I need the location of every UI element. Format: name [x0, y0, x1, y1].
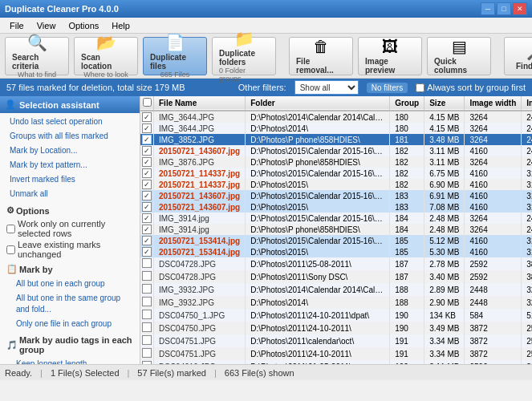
row-checkbox-cell[interactable]: ✓ — [140, 213, 154, 224]
row-checkbox[interactable] — [142, 310, 152, 319]
row-checkbox-cell[interactable] — [140, 347, 154, 360]
row-checkbox-cell[interactable]: ✓ — [140, 111, 154, 123]
duplicate-folders-button[interactable]: 📁 Duplicate folders 0 Folder groups — [212, 37, 276, 75]
table-row[interactable]: ✓ IMG_3914.jpg D:\Photos\P phone\858HDIE… — [140, 224, 532, 235]
table-row[interactable]: ✓ 20150721_143607.jpg D:\Photos\2015\ 18… — [140, 201, 532, 213]
duplicate-files-button[interactable]: 📄 Duplicate files 665 Files — [143, 37, 207, 75]
table-row[interactable]: ✓ 20150721_114337.jpg D:\Photos\2015\Cal… — [140, 168, 532, 179]
invert-marked-files[interactable]: Invert marked files — [0, 172, 140, 187]
table-row[interactable]: IMG_3932.JPG D:\Photos\2014\Calendar 201… — [140, 283, 532, 296]
row-checkbox-cell[interactable]: ✓ — [140, 235, 154, 246]
mark-by-text-pattern[interactable]: Mark by text pattern... — [0, 158, 140, 172]
row-checkbox-cell[interactable]: ✓ — [140, 190, 154, 201]
row-checkbox-cell[interactable] — [140, 360, 154, 364]
search-criteria-button[interactable]: 🔍 Search criteria What to find — [5, 37, 69, 75]
row-checkbox[interactable] — [142, 297, 152, 306]
row-checkbox-cell[interactable]: ✓ — [140, 179, 154, 190]
row-checkbox[interactable]: ✓ — [142, 157, 152, 167]
keep-longest-item[interactable]: Keep longest length — [0, 357, 140, 364]
row-checkbox-cell[interactable] — [140, 283, 154, 296]
row-checkbox[interactable]: ✓ — [142, 191, 152, 200]
table-row[interactable]: ✓ IMG_3852.JPG D:\Photos\P phone\858HDIE… — [140, 134, 532, 145]
image-preview-button[interactable]: 🖼 Image preview — [358, 37, 422, 75]
table-row[interactable]: ✓ 20150721_143607.jpg D:\Photos\2015\Cal… — [140, 145, 532, 156]
always-sort-checkbox-label[interactable]: Always sort by group first — [416, 83, 526, 92]
table-row[interactable]: ✓ 20150721_114337.jpg D:\Photos\2015\ 18… — [140, 179, 532, 190]
table-row[interactable]: ✓ 20150721_153414.jpg D:\Photos\2015\ 18… — [140, 246, 532, 257]
row-checkbox[interactable] — [142, 335, 152, 345]
groups-all-marked[interactable]: Groups with all files marked — [0, 129, 140, 144]
table-row[interactable]: DSC04751.JPG D:\Photos\2011\24-10-2011\ … — [140, 347, 532, 360]
row-checkbox-cell[interactable]: ✓ — [140, 224, 154, 235]
row-checkbox-cell[interactable] — [140, 257, 154, 270]
header-checkbox[interactable] — [140, 96, 154, 111]
table-row[interactable]: DSC04728.JPG D:\Photos\2011\25-08-2011\ … — [140, 257, 532, 270]
row-checkbox-cell[interactable] — [140, 309, 154, 322]
scan-location-button[interactable]: 📂 Scan location Where to look — [74, 37, 138, 75]
col-height[interactable]: Image height — [522, 96, 532, 111]
quick-columns-button[interactable]: ▤ Quick columns — [427, 37, 491, 75]
row-checkbox-cell[interactable]: ✓ — [140, 168, 154, 179]
unmark-all[interactable]: Unmark all — [0, 187, 140, 201]
always-sort-checkbox[interactable] — [416, 83, 424, 92]
mark-by-location[interactable]: Mark by Location... — [0, 144, 140, 158]
row-checkbox[interactable]: ✓ — [142, 112, 152, 122]
row-checkbox[interactable]: ✓ — [142, 180, 152, 189]
row-checkbox-cell[interactable]: ✓ — [140, 156, 154, 168]
undo-last-select[interactable]: Undo last select operation — [0, 115, 140, 129]
row-checkbox[interactable]: ✓ — [142, 213, 152, 223]
col-size[interactable]: Size — [424, 96, 465, 111]
close-button[interactable]: ✕ — [513, 2, 527, 15]
row-checkbox[interactable]: ✓ — [142, 225, 152, 234]
work-on-selected-checkbox[interactable] — [6, 225, 15, 233]
all-but-one-same-item[interactable]: All but one in the same group and fold..… — [0, 291, 140, 317]
leave-existing-checkbox[interactable] — [6, 245, 15, 254]
table-row[interactable]: DSC04750_1.JPG D:\Photos\2011\24-10-2011… — [140, 309, 532, 322]
leave-existing-option[interactable]: Leave existing marks unchanged — [6, 239, 133, 260]
maximize-button[interactable]: □ — [497, 2, 511, 15]
row-checkbox[interactable] — [142, 271, 152, 281]
row-checkbox-cell[interactable]: ✓ — [140, 145, 154, 156]
menu-help[interactable]: Help — [105, 19, 136, 32]
row-checkbox-cell[interactable]: ✓ — [140, 246, 154, 257]
menu-view[interactable]: View — [30, 19, 63, 32]
row-checkbox-cell[interactable] — [140, 270, 154, 283]
col-width[interactable]: Image width — [465, 96, 522, 111]
row-checkbox[interactable]: ✓ — [142, 202, 152, 212]
table-row[interactable]: ✓ IMG_3644.JPG D:\Photos\2014\ 180 4.15 … — [140, 123, 532, 134]
col-folder[interactable]: Folder — [246, 96, 390, 111]
table-row[interactable]: DSC04728.JPG D:\Photos\2011\Sony DSC\ 18… — [140, 270, 532, 283]
menu-file[interactable]: File — [3, 19, 30, 32]
row-checkbox[interactable]: ✓ — [142, 236, 152, 245]
all-but-one-item[interactable]: All but one in each group — [0, 277, 140, 291]
table-row[interactable]: ✓ IMG_3876.JPG D:\Photos\P phone\858HDIE… — [140, 156, 532, 168]
row-checkbox[interactable]: ✓ — [142, 135, 152, 144]
row-checkbox[interactable]: ✓ — [142, 247, 152, 257]
row-checkbox-cell[interactable]: ✓ — [140, 134, 154, 145]
row-checkbox-cell[interactable]: ✓ — [140, 123, 154, 134]
table-row[interactable]: DSC04751.JPG D:\Photos\2011\calendar\oct… — [140, 334, 532, 347]
only-one-item[interactable]: Only one file in each group — [0, 317, 140, 331]
table-row[interactable]: ✓ 20150721_153414.jpg D:\Photos\2015\Cal… — [140, 235, 532, 246]
col-group[interactable]: Group — [390, 96, 424, 111]
row-checkbox-cell[interactable] — [140, 296, 154, 309]
file-removal-button[interactable]: 🗑 File removal... — [289, 37, 353, 75]
table-row[interactable]: ✓ IMG_3914.jpg D:\Photos\2015\Calendar 2… — [140, 213, 532, 224]
table-row[interactable]: ✓ IMG_3644.JPG D:\Photos\2014\Calendar 2… — [140, 111, 532, 123]
row-checkbox[interactable]: ✓ — [142, 124, 152, 133]
file-table[interactable]: File Name Folder Group Size Image width … — [140, 96, 532, 364]
row-checkbox-cell[interactable] — [140, 322, 154, 334]
row-checkbox[interactable] — [142, 258, 152, 268]
col-filename[interactable]: File Name — [154, 96, 246, 111]
row-checkbox-cell[interactable]: ✓ — [140, 201, 154, 213]
row-checkbox[interactable] — [142, 284, 152, 294]
row-checkbox[interactable] — [142, 322, 152, 332]
work-on-selected-option[interactable]: Work only on currently selected rows — [6, 218, 133, 239]
row-checkbox[interactable] — [142, 348, 152, 358]
find-in-list-button[interactable]: 🔎 Find in list — [504, 37, 532, 75]
row-checkbox[interactable] — [142, 361, 152, 364]
table-row[interactable]: DSC04010.JPG D:\Photos\2011\01-05-2011\ … — [140, 360, 532, 364]
row-checkbox-cell[interactable] — [140, 334, 154, 347]
minimize-button[interactable]: ─ — [481, 2, 495, 15]
row-checkbox[interactable]: ✓ — [142, 168, 152, 178]
